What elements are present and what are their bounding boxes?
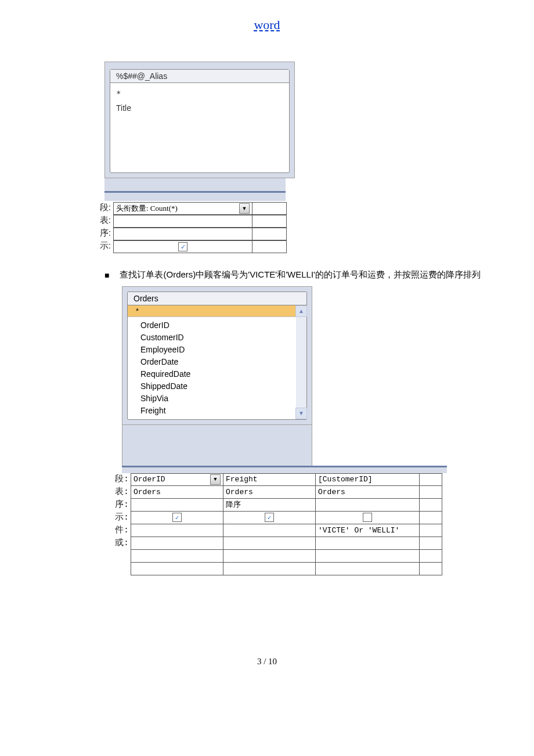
grid2-label-blank [111,550,131,563]
orders-field-list[interactable]: OrderID CustomerID EmployeeID OrderDate … [128,317,296,419]
grid2-c4-sort[interactable] [420,499,442,512]
grid2-c3-table[interactable]: Orders [316,486,420,499]
grid2-label-sort: 序: [111,499,131,512]
grid1-label-sort: 序: [95,228,113,240]
grid2-c1-blank2[interactable] [131,563,223,575]
field-star[interactable]: * [116,87,283,101]
checkbox-checked-icon[interactable]: ✓ [265,513,274,522]
orders-field[interactable]: EmployeeID [140,344,294,356]
grid1-sort-cell-2[interactable] [252,228,287,240]
qbe-designer-panel-2: Orders * OrderID CustomerID EmployeeID O… [122,286,312,425]
orders-field[interactable]: RequiredDate [140,368,294,380]
bullet-square-icon: ■ [104,269,109,283]
grid2-c4-field[interactable] [420,473,442,486]
pane-splitter-2[interactable] [122,466,447,473]
grid1-field-cell[interactable]: 头衔数量: Count(*) ▼ [113,202,252,215]
orders-field[interactable]: OrderID [140,319,294,332]
grid2-c1-show[interactable]: ✓ [131,512,223,524]
design-grid-1: 段: 头衔数量: Count(*) ▼ 表: 序: 示: ✓ [95,202,488,253]
alias-table-box[interactable]: %$##@_Alias * Title [110,69,290,173]
task-description: ■ 查找订单表(Orders)中顾客编号为'VICTE'和'WELLI'的的订单… [104,267,488,283]
grid2-label-field: 段: [111,473,131,486]
grid1-field-value: 头衔数量: Count(*) [116,203,178,214]
grid2-label-criteria: 件: [111,524,131,537]
orders-field[interactable]: OrderDate [140,356,294,368]
page-number: 3 / 10 [46,657,488,667]
grid2-c4-show[interactable] [420,512,442,524]
orders-field[interactable]: Freight [140,405,294,417]
grid1-show-cell-2[interactable] [252,240,287,253]
grid1-label-field: 段: [95,202,113,215]
checkbox-unchecked-icon[interactable] [363,513,372,522]
orders-field[interactable]: CustomerID [140,332,294,344]
grid2-c2-field[interactable]: Freight [223,473,316,486]
qbe-designer-panel-1: %$##@_Alias * Title [104,62,295,178]
orders-star-row[interactable]: * [128,305,296,317]
grid2-label-show: 示: [111,512,131,524]
grid2-c3-cond[interactable]: 'VICTE' Or 'WELLI' [316,524,420,537]
scroll-down-icon[interactable]: ▼ [295,408,307,419]
grid2-c3-field[interactable]: [CustomerID] [316,473,420,486]
grid2-c2-blank[interactable] [223,550,316,563]
grid2-label-or: 或: [111,537,131,550]
grid1-label-show: 示: [95,240,113,253]
grid2-c3-or[interactable] [316,537,420,550]
grid2-c1-table[interactable]: Orders [131,486,223,499]
checkbox-checked-icon[interactable]: ✓ [172,513,182,522]
scrollbar[interactable]: ▲ ▼ [296,305,306,419]
orders-table-box[interactable]: Orders * OrderID CustomerID EmployeeID O… [127,291,307,420]
grid2-c2-sort[interactable]: 降序 [223,499,316,512]
grid1-sort-cell[interactable] [113,228,252,240]
scroll-up-icon[interactable]: ▲ [295,305,307,317]
header-word-link[interactable]: word [46,17,488,33]
orders-field[interactable]: ShippedDate [140,380,294,393]
grid2-c3-blank2[interactable] [316,563,420,575]
grid2-c3-blank[interactable] [316,550,420,563]
orders-field[interactable]: ShipVia [140,393,294,405]
grid2-c1-sort[interactable] [131,499,223,512]
orders-table-title: Orders [128,292,306,305]
grid1-table-cell-2[interactable] [252,215,287,228]
grid2-c1-or[interactable] [131,537,223,550]
grid1-table-cell[interactable] [113,215,252,228]
grid2-label-table: 表: [111,486,131,499]
grid2-c1-cond[interactable] [131,524,223,537]
task-text: 查找订单表(Orders)中顾客编号为'VICTE'和'WELLI'的的订单号和… [120,267,488,283]
grid1-show-cell[interactable]: ✓ [113,240,252,253]
grid1-field-cell-2[interactable] [252,202,287,215]
grid2-c2-blank2[interactable] [223,563,316,575]
grid2-c4-cond[interactable] [420,524,442,537]
grid2-c4-blank2[interactable] [420,563,442,575]
grid2-c2-cond[interactable] [223,524,316,537]
grid2-c2-or[interactable] [223,537,316,550]
grid2-c2-table[interactable]: Orders [223,486,316,499]
alias-table-title: %$##@_Alias [110,70,289,83]
checkbox-checked-icon[interactable]: ✓ [178,242,187,251]
grid2-c4-blank[interactable] [420,550,442,563]
dropdown-icon[interactable]: ▼ [210,474,221,485]
design-grid-2: 段: OrderID ▼ Freight [CustomerID] 表: Ord… [111,473,488,575]
grid2-label-blank2 [111,563,131,575]
grid2-c3-sort[interactable] [316,499,420,512]
grid1-label-table: 表: [95,215,113,228]
pane-splitter-1[interactable] [104,191,286,202]
grid2-c4-or[interactable] [420,537,442,550]
alias-table-fieldlist[interactable]: * Title [110,83,289,172]
grid2-c1-field[interactable]: OrderID ▼ [131,473,223,486]
field-title[interactable]: Title [116,101,283,116]
grid2-c1-field-val: OrderID [134,475,165,484]
grid2-c4-table[interactable] [420,486,442,499]
grid2-c3-show[interactable] [316,512,420,524]
dropdown-icon[interactable]: ▼ [239,203,250,214]
grid2-c1-blank[interactable] [131,550,223,563]
grid2-c2-show[interactable]: ✓ [223,512,316,524]
